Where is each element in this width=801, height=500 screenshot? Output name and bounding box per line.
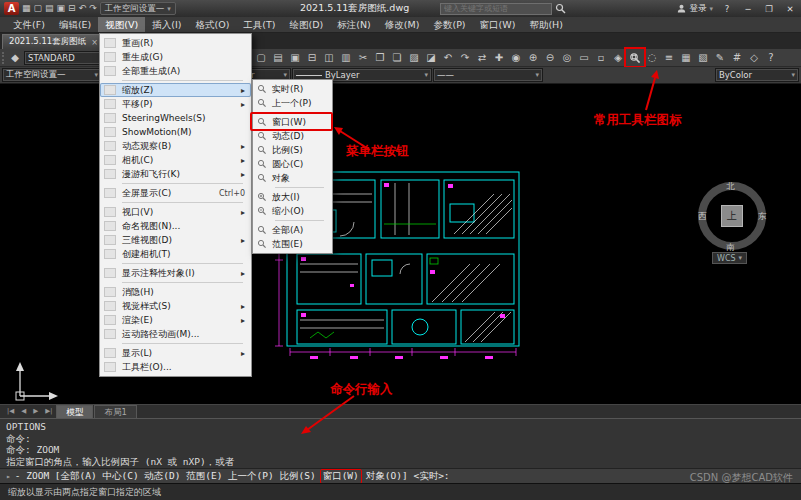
named-views-icon[interactable]: ◈ xyxy=(610,50,626,65)
toolbar-grip[interactable] xyxy=(2,52,6,64)
viewcube-top-face[interactable]: 上 xyxy=(721,205,743,227)
undo-icon[interactable]: ↶ xyxy=(440,50,456,65)
menu-tools[interactable]: 工具(T) xyxy=(236,17,282,32)
menu-format[interactable]: 格式(O) xyxy=(188,17,236,32)
zoom-dynamic-item[interactable]: 动态(D) xyxy=(253,129,332,143)
zoom-scale-item[interactable]: 比例(S) xyxy=(253,143,332,157)
zoom-previous-icon[interactable]: ◌ xyxy=(644,50,660,65)
zoom-extents-icon[interactable]: ◎ xyxy=(559,50,575,65)
prev-tab-icon[interactable]: ◀ xyxy=(18,405,29,418)
zoom-extents-item[interactable]: 范围(E) xyxy=(253,237,332,251)
zoom-out-icon[interactable]: ⊖ xyxy=(542,50,558,65)
orbit-icon[interactable]: ◉ xyxy=(508,50,524,65)
zoom-in-item[interactable]: 放大(I) xyxy=(253,190,332,204)
zoom-in-icon[interactable]: ⊕ xyxy=(525,50,541,65)
wcs-selector[interactable]: WCS ▾ xyxy=(712,252,747,264)
document-tab[interactable]: 2021.5.11套房图纸 × xyxy=(2,34,105,49)
cut-icon[interactable]: ✂ xyxy=(355,50,371,65)
menu-item-visual-styles[interactable]: 视觉样式(S)▸ xyxy=(100,299,251,313)
last-tab-icon[interactable]: ▶| xyxy=(42,405,55,418)
hatch-icon[interactable]: ◪ xyxy=(423,50,439,65)
layout1-tab[interactable]: 布局1 xyxy=(94,405,136,418)
menu-help[interactable]: 帮助(H) xyxy=(522,17,570,32)
zoom-object-item[interactable]: 对象 xyxy=(253,171,332,185)
plotstyle-combo[interactable]: ByColor ▾ xyxy=(715,68,799,82)
undo-icon[interactable]: ↶ xyxy=(79,2,87,15)
command-history[interactable]: OPTIONS 命令: 命令: ZOOM 指定窗口的角点，输入比例因子 (nX … xyxy=(0,418,801,468)
menu-parametric[interactable]: 参数(P) xyxy=(426,17,472,32)
autocad-logo-icon[interactable]: A xyxy=(4,2,19,15)
zoom-scale-icon[interactable]: ▭ xyxy=(576,50,592,65)
zoom-realtime-item[interactable]: 实时(R) xyxy=(253,82,332,96)
view-compass[interactable]: 北 南 西 东 上 xyxy=(694,178,770,254)
search-input[interactable] xyxy=(440,3,552,15)
command-option-window[interactable]: 窗口(W) xyxy=(320,469,362,484)
menu-dimension[interactable]: 标注(N) xyxy=(330,17,378,32)
menu-item-showmotion[interactable]: ShowMotion(M) xyxy=(100,125,251,139)
edit-icon[interactable]: ✎ xyxy=(712,50,728,65)
plot-icon[interactable]: ⊟ xyxy=(304,50,320,65)
menu-item-zoom[interactable]: 缩放(Z)▸ xyxy=(100,83,251,97)
menu-item-viewports[interactable]: 视口(V)▸ xyxy=(100,205,251,219)
dim-style-icon[interactable]: ◆ xyxy=(7,50,23,65)
menu-browser-icon[interactable]: ▦ xyxy=(22,2,31,15)
switch-windows-icon[interactable]: ⇄ xyxy=(474,50,490,65)
menu-view[interactable]: 视图(V) xyxy=(98,17,145,32)
menu-item-steeringwheels[interactable]: SteeringWheels(S) xyxy=(100,111,251,125)
menu-insert[interactable]: 插入(I) xyxy=(145,17,188,32)
menu-item-camera[interactable]: 相机(C)▸ xyxy=(100,153,251,167)
new-file-icon[interactable]: ▢ xyxy=(253,50,269,65)
menu-item-walk-fly[interactable]: 漫游和飞行(K)▸ xyxy=(100,167,251,181)
menu-item-orbit[interactable]: 动态观察(B)▸ xyxy=(100,139,251,153)
menu-item-regen-all[interactable]: 全部重生成(A) xyxy=(100,64,251,78)
help-icon[interactable]: ? xyxy=(763,50,779,65)
paste-icon[interactable]: ❏ xyxy=(389,50,405,65)
menu-item-3d-views[interactable]: 三维视图(D)▸ xyxy=(100,233,251,247)
menu-item-fullscreen[interactable]: 全屏显示(C)Ctrl+0 xyxy=(100,186,251,200)
zoom-all-icon[interactable]: ▫ xyxy=(593,50,609,65)
zoom-previous-item[interactable]: 上一个(P) xyxy=(253,96,332,110)
pan-icon[interactable]: ✚ xyxy=(491,50,507,65)
menu-file[interactable]: 文件(F) xyxy=(6,17,52,32)
zoom-all-item[interactable]: 全部(A) xyxy=(253,223,332,237)
menu-item-annotative-objects[interactable]: 显示注释性对象(I)▸ xyxy=(100,266,251,280)
save-icon[interactable]: ▣ xyxy=(287,50,303,65)
properties-icon[interactable]: ≡ xyxy=(661,50,677,65)
menu-item-named-views[interactable]: 命名视图(N)... xyxy=(100,219,251,233)
plot-preview-icon[interactable]: ◫ xyxy=(321,50,337,65)
block-icon[interactable]: ◇ xyxy=(746,50,762,65)
publish-icon[interactable]: ▥ xyxy=(338,50,354,65)
menu-item-pan[interactable]: 平移(P)▸ xyxy=(100,97,251,111)
help-button[interactable]: ? xyxy=(720,4,734,14)
zoom-window-item[interactable]: 窗口(W) xyxy=(253,115,332,129)
search-icon[interactable] xyxy=(555,3,566,14)
menu-draw[interactable]: 绘图(D) xyxy=(283,17,331,32)
lineweight-combo[interactable]: —— ▾ xyxy=(433,68,543,82)
menu-item-display[interactable]: 显示(L)▸ xyxy=(100,346,251,360)
menu-item-redraw[interactable]: 重画(R) xyxy=(100,36,251,50)
menu-item-toolbars[interactable]: 工具栏(O)... xyxy=(100,360,251,374)
menu-item-hide[interactable]: 消隐(H) xyxy=(100,285,251,299)
menu-modify[interactable]: 修改(M) xyxy=(378,17,427,32)
zoom-center-item[interactable]: 圆心(C) xyxy=(253,157,332,171)
layers-icon[interactable]: ▦ xyxy=(678,50,694,65)
maximize-button[interactable]: ❐ xyxy=(762,4,776,14)
minimize-button[interactable]: ─ xyxy=(741,4,755,14)
menu-window[interactable]: 窗口(W) xyxy=(473,17,523,32)
zoom-window-icon[interactable] xyxy=(627,50,643,65)
open-file-icon[interactable]: ▤ xyxy=(45,2,54,15)
menu-item-render[interactable]: 渲染(E)▸ xyxy=(100,313,251,327)
tab-close-icon[interactable]: × xyxy=(91,38,98,47)
next-tab-icon[interactable]: ▶ xyxy=(30,405,41,418)
close-button[interactable]: ✕ xyxy=(783,4,797,14)
match-properties-icon[interactable]: ▨ xyxy=(406,50,422,65)
save-icon[interactable]: ▣ xyxy=(57,2,66,15)
new-file-icon[interactable]: ▢ xyxy=(34,2,43,15)
open-file-icon[interactable]: ▤ xyxy=(270,50,286,65)
sign-in[interactable]: 登录 ▾ xyxy=(677,3,713,15)
command-input-line[interactable]: ▸ - ZOOM [全部(A) 中心(C) 动态(D) 范围(E) 上一个(P)… xyxy=(0,468,801,483)
menu-edit[interactable]: 编辑(E) xyxy=(52,17,98,32)
plot-icon[interactable]: ⊟ xyxy=(68,2,76,15)
redo-icon[interactable]: ↷ xyxy=(89,2,97,15)
linetype-icon[interactable]: ▧ xyxy=(695,50,711,65)
